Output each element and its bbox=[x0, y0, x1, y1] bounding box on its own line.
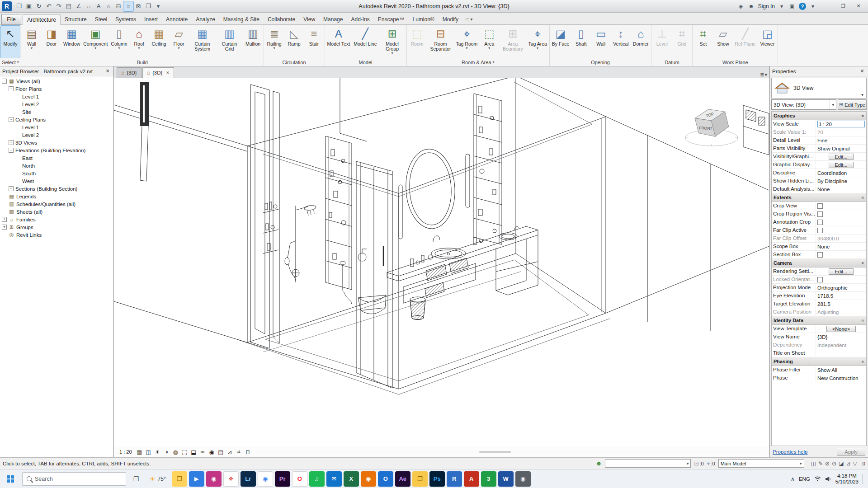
design-option-select[interactable]: Main Model ▾ bbox=[718, 459, 804, 468]
tree-item-families[interactable]: +⌂Families bbox=[0, 216, 113, 223]
properties-help-link[interactable]: Properties help bbox=[773, 449, 807, 455]
button-rendering-setti[interactable]: Edit... bbox=[829, 268, 853, 275]
button-modify[interactable]: ↖Modify bbox=[0, 25, 20, 58]
taskbar-app-chrome[interactable]: ◉ bbox=[258, 471, 273, 487]
section-graphics[interactable]: Graphics« bbox=[772, 112, 866, 120]
expand-icon[interactable]: + bbox=[2, 225, 7, 230]
aligned-dimension-icon[interactable]: ↔ bbox=[84, 1, 94, 11]
taskbar-app-opera[interactable]: O bbox=[292, 471, 307, 487]
button-room-separator[interactable]: ⊟Room Separator bbox=[427, 25, 454, 58]
taskbar-app-excel[interactable]: X bbox=[344, 471, 359, 487]
drawing-canvas[interactable] bbox=[114, 78, 769, 446]
button-component[interactable]: ▣Component▾ bbox=[82, 25, 109, 58]
tree-item-floor-plans[interactable]: -Floor Plans bbox=[0, 85, 113, 93]
close-properties-icon[interactable]: ✕ bbox=[859, 68, 866, 74]
button-shaft[interactable]: ▯Shaft bbox=[571, 25, 591, 58]
selection-count-indicator[interactable]: ⌖:0 bbox=[707, 460, 715, 467]
reveal-constraints-icon[interactable]: ⊓ bbox=[244, 448, 252, 456]
tab-analyze[interactable]: Analyze bbox=[192, 14, 219, 24]
collapse-icon[interactable]: - bbox=[9, 117, 14, 122]
communication-center-icon[interactable]: ◈ bbox=[737, 2, 745, 11]
button-view-template[interactable]: <None> bbox=[826, 326, 856, 332]
active-workset-select[interactable]: ▾ bbox=[605, 459, 691, 468]
select-by-face-icon[interactable]: ◪ bbox=[839, 460, 844, 467]
tab-view[interactable]: View bbox=[299, 14, 319, 24]
shadows-icon[interactable]: ◑ bbox=[162, 448, 171, 456]
tree-item-level-1[interactable]: Level 1 bbox=[0, 93, 113, 100]
expand-icon[interactable]: + bbox=[2, 217, 7, 222]
print-icon[interactable]: ▤ bbox=[64, 1, 74, 11]
button-curtain-system[interactable]: ▦Curtain System bbox=[189, 25, 216, 58]
button-roof[interactable]: ⌂Roof▾ bbox=[129, 25, 149, 58]
tree-item-north[interactable]: North bbox=[0, 162, 113, 169]
help-caret-icon[interactable]: ▾ bbox=[809, 2, 816, 11]
text-icon[interactable]: A bbox=[94, 1, 104, 11]
qat-customize-icon[interactable]: ▾ bbox=[153, 1, 163, 11]
checkbox-section-box[interactable] bbox=[817, 252, 823, 258]
taskbar-app-photos[interactable]: ❖ bbox=[223, 471, 239, 487]
tab-modify[interactable]: Modify bbox=[439, 14, 462, 24]
button-show[interactable]: ▱Show bbox=[713, 25, 733, 58]
button-tag-room[interactable]: ⌖Tag Room▾ bbox=[454, 25, 480, 58]
expand-icon[interactable]: + bbox=[9, 186, 14, 191]
button-column[interactable]: ▯Column▾ bbox=[109, 25, 129, 58]
rendering-dialog-icon[interactable]: ◍ bbox=[171, 448, 180, 456]
close-tab-icon[interactable]: ✕ bbox=[166, 70, 170, 75]
tab-list-dropdown[interactable]: ≣ ▾ bbox=[760, 72, 767, 78]
wifi-icon[interactable] bbox=[814, 476, 821, 482]
section-camera[interactable]: Camera« bbox=[772, 259, 866, 267]
select-links-icon[interactable]: ⊘ bbox=[825, 460, 830, 467]
detail-level-icon[interactable]: ▦ bbox=[135, 448, 144, 456]
sync-icon[interactable]: ↻ bbox=[34, 1, 44, 11]
tab-lumion[interactable]: Lumion® bbox=[409, 14, 439, 24]
collapse-icon[interactable]: - bbox=[9, 148, 14, 153]
undo-icon[interactable]: ↶ bbox=[44, 1, 54, 11]
type-combo[interactable]: 3D View: {3D} ▾ bbox=[771, 99, 836, 110]
taskbar-app-instagram[interactable]: ◉ bbox=[206, 471, 222, 487]
taskbar-app-outlook[interactable]: O bbox=[378, 471, 393, 487]
apply-button[interactable]: Apply bbox=[837, 448, 865, 456]
visual-style-icon[interactable]: ◫ bbox=[144, 448, 153, 456]
scale-button[interactable]: 1 : 20 bbox=[117, 449, 135, 455]
action-center-icon[interactable] bbox=[863, 474, 865, 484]
tree-item-3d-views[interactable]: +3D Views bbox=[0, 139, 113, 146]
tree-item-views-all[interactable]: -▦Views (all) bbox=[0, 77, 113, 85]
tab-manage[interactable]: Manage bbox=[319, 14, 347, 24]
button-viewer[interactable]: ◲Viewer bbox=[757, 25, 777, 58]
button-wall[interactable]: ▤Wall▾ bbox=[22, 25, 42, 58]
checkbox-locked-orientat[interactable] bbox=[817, 277, 823, 282]
button-set[interactable]: ⌗Set bbox=[693, 25, 713, 58]
view-tab-1[interactable]: ⌂{3D}✕ bbox=[142, 67, 174, 78]
button-area[interactable]: ⬚Area▾ bbox=[479, 25, 499, 58]
button-model-text[interactable]: AModel Text bbox=[326, 25, 352, 58]
save-icon[interactable]: ▣ bbox=[24, 1, 34, 11]
collapse-section-icon[interactable]: « bbox=[861, 319, 866, 322]
tree-item-level-2[interactable]: Level 2 bbox=[0, 100, 113, 108]
open-icon[interactable]: ❒ bbox=[14, 1, 24, 11]
measure-icon[interactable]: ∠ bbox=[74, 1, 84, 11]
tab-add-ins[interactable]: Add-Ins bbox=[347, 14, 373, 24]
button-by-face[interactable]: ◪By Face bbox=[550, 25, 571, 58]
section-identity-data[interactable]: Identity Data« bbox=[772, 316, 866, 325]
tree-item-sheets-all[interactable]: ▧Sheets (all) bbox=[0, 208, 113, 216]
tab-insert[interactable]: Insert bbox=[140, 14, 162, 24]
tree-item-east[interactable]: East bbox=[0, 154, 113, 162]
checkbox-crop-region-vis[interactable] bbox=[817, 211, 823, 217]
button-mullion[interactable]: ▥Mullion bbox=[243, 25, 263, 58]
editable-only-icon[interactable]: ✎ bbox=[818, 460, 823, 467]
button-curtain-grid[interactable]: ▥Curtain Grid bbox=[216, 25, 243, 58]
hidden-icons-chevron[interactable]: ∧ bbox=[791, 476, 795, 482]
section-icon[interactable]: ⊟ bbox=[113, 1, 123, 11]
button-wall[interactable]: ▭Wall bbox=[591, 25, 611, 58]
view-tab-0[interactable]: ⌂{3D} bbox=[117, 67, 142, 78]
button-tag-area[interactable]: ⌖Tag Area▾ bbox=[526, 25, 548, 58]
tab-annotate[interactable]: Annotate bbox=[162, 14, 192, 24]
button-floor[interactable]: ▱Floor▾ bbox=[169, 25, 189, 58]
clock[interactable]: 4:18 PM 5/10/2023 bbox=[835, 473, 859, 485]
taskbar-app-file-explorer[interactable]: ❒ bbox=[172, 471, 187, 487]
volume-icon[interactable] bbox=[825, 476, 831, 482]
type-selector[interactable]: 3D View ▾ bbox=[771, 78, 867, 99]
taskbar-app-spotify[interactable]: ♫ bbox=[309, 471, 325, 487]
button-model-group[interactable]: ⊞Model Group▾ bbox=[379, 25, 406, 58]
checkbox-crop-view[interactable] bbox=[817, 203, 823, 209]
